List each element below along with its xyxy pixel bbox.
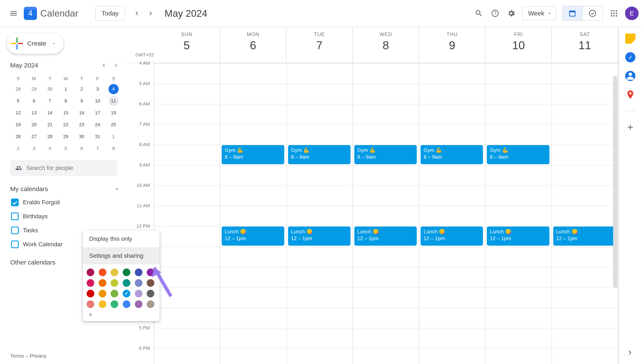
prev-week-button[interactable] xyxy=(131,8,142,18)
color-swatch[interactable] xyxy=(87,279,94,287)
maps-addon-button[interactable] xyxy=(625,90,635,100)
support-button[interactable]: ? xyxy=(490,8,500,18)
day-header[interactable]: FRI10 xyxy=(485,27,552,63)
mini-day[interactable]: 8 xyxy=(109,144,119,154)
color-swatch[interactable] xyxy=(135,268,142,276)
calendar-event[interactable]: Lunch 😋12 – 1pm xyxy=(354,226,417,246)
color-swatch[interactable] xyxy=(87,290,94,298)
calendar-event[interactable]: Lunch 😋12 – 1pm xyxy=(222,226,284,246)
color-swatch[interactable] xyxy=(147,268,154,276)
color-swatch[interactable] xyxy=(99,300,106,308)
add-custom-color-button[interactable] xyxy=(87,311,94,318)
color-swatch[interactable] xyxy=(111,268,118,276)
color-swatch[interactable] xyxy=(123,268,130,276)
calendar-event[interactable]: Gym 💪8 – 9am xyxy=(421,145,483,164)
mini-day[interactable]: 1 xyxy=(61,84,71,94)
mini-day[interactable]: 4 xyxy=(45,144,55,154)
calendar-event[interactable]: Lunch 😋12 – 1pm xyxy=(421,226,483,246)
color-swatch[interactable] xyxy=(147,279,154,287)
color-swatch[interactable] xyxy=(147,300,154,308)
settings-button[interactable] xyxy=(506,8,516,18)
mini-day[interactable]: 8 xyxy=(61,96,71,106)
color-swatch[interactable] xyxy=(135,300,142,308)
mini-day[interactable]: 31 xyxy=(93,132,103,142)
mini-day[interactable]: 30 xyxy=(45,84,55,94)
mini-day[interactable]: 13 xyxy=(29,108,39,118)
my-calendars-toggle[interactable]: My calendars xyxy=(10,186,120,192)
color-swatch[interactable] xyxy=(111,300,118,308)
calendar-checkbox[interactable] xyxy=(11,240,19,248)
calendar-event[interactable]: Gym 💪8 – 9am xyxy=(222,145,284,164)
color-swatch[interactable] xyxy=(87,268,94,276)
day-column[interactable]: Gym 💪8 – 9amLunch 😋12 – 1pm xyxy=(286,63,353,364)
color-swatch[interactable] xyxy=(87,300,94,308)
day-header[interactable]: SUN5 xyxy=(154,27,220,63)
mini-day[interactable]: 12 xyxy=(13,108,23,118)
mini-day[interactable]: 1 xyxy=(109,132,119,142)
day-header[interactable]: SAT11 xyxy=(551,27,618,63)
scrollbar-thumb[interactable] xyxy=(613,76,617,288)
search-people[interactable] xyxy=(10,160,117,176)
color-swatch[interactable] xyxy=(111,290,118,298)
mini-day[interactable]: 15 xyxy=(61,108,71,118)
mini-day[interactable]: 26 xyxy=(13,132,23,142)
color-swatch[interactable] xyxy=(135,279,142,287)
mini-day[interactable]: 14 xyxy=(45,108,55,118)
color-swatch[interactable] xyxy=(123,279,130,287)
mini-day[interactable]: 22 xyxy=(61,120,71,130)
app-logo[interactable]: 4 Calendar xyxy=(24,7,78,20)
calendar-event[interactable]: Lunch 😋12 – 1pm xyxy=(487,226,549,246)
day-column[interactable] xyxy=(154,63,220,364)
today-button[interactable]: Today xyxy=(95,6,125,21)
mini-day[interactable]: 17 xyxy=(93,108,103,118)
calendar-event[interactable]: Gym 💪8 – 9am xyxy=(288,145,351,164)
calendar-view-toggle[interactable] xyxy=(562,6,582,21)
mini-day[interactable]: 28 xyxy=(13,84,23,94)
mini-day[interactable]: 28 xyxy=(45,132,55,142)
mini-day[interactable]: 29 xyxy=(29,84,39,94)
color-swatch[interactable] xyxy=(99,279,106,287)
mini-day[interactable]: 18 xyxy=(109,108,119,118)
collapse-side-panel-button[interactable] xyxy=(625,348,635,358)
mini-day[interactable]: 19 xyxy=(13,120,23,130)
get-addons-button[interactable] xyxy=(625,122,635,132)
tasks-view-toggle[interactable] xyxy=(582,6,603,21)
keep-addon-button[interactable] xyxy=(625,34,635,44)
mini-day[interactable]: 20 xyxy=(29,120,39,130)
calendar-event[interactable]: Gym 💪8 – 9am xyxy=(487,145,549,164)
calendar-list-item[interactable]: Birthdays xyxy=(10,210,120,222)
mini-prev-month[interactable] xyxy=(99,60,109,70)
mini-day[interactable]: 3 xyxy=(29,144,39,154)
mini-day[interactable]: 16 xyxy=(77,108,87,118)
color-swatch[interactable] xyxy=(99,290,106,298)
search-people-input[interactable] xyxy=(26,164,112,172)
day-column[interactable]: Lunch 😋12 – 1pm xyxy=(552,63,618,364)
mini-day[interactable]: 6 xyxy=(77,144,87,154)
color-swatch[interactable] xyxy=(111,279,118,287)
mini-day[interactable]: 5 xyxy=(61,144,71,154)
mini-day[interactable]: 9 xyxy=(77,96,87,106)
mini-day[interactable]: 10 xyxy=(93,96,103,106)
color-swatch[interactable] xyxy=(123,300,130,308)
account-avatar[interactable]: E xyxy=(625,6,638,20)
day-header[interactable]: WED8 xyxy=(353,27,419,63)
mini-day[interactable]: 3 xyxy=(93,84,103,94)
privacy-link[interactable]: Privacy xyxy=(30,353,47,359)
mini-day[interactable]: 4 xyxy=(109,84,119,94)
view-switcher[interactable]: Week xyxy=(522,6,556,20)
settings-and-sharing-item[interactable]: Settings and sharing xyxy=(83,247,160,264)
mini-day[interactable]: 24 xyxy=(93,120,103,130)
color-swatch[interactable] xyxy=(135,290,142,298)
calendar-event[interactable]: Lunch 😋12 – 1pm xyxy=(288,226,351,246)
mini-day[interactable]: 11 xyxy=(109,96,119,106)
search-button[interactable] xyxy=(474,8,484,18)
mini-day[interactable]: 30 xyxy=(77,132,87,142)
tasks-addon-button[interactable] xyxy=(625,52,635,62)
day-column[interactable]: Gym 💪8 – 9amLunch 😋12 – 1pm xyxy=(419,63,485,364)
mini-day[interactable]: 27 xyxy=(29,132,39,142)
mini-day[interactable]: 7 xyxy=(93,144,103,154)
day-column[interactable]: Gym 💪8 – 9amLunch 😋12 – 1pm xyxy=(353,63,419,364)
mini-next-month[interactable] xyxy=(111,60,121,70)
calendar-event[interactable]: Gym 💪8 – 9am xyxy=(354,145,417,164)
mini-day[interactable]: 29 xyxy=(61,132,71,142)
